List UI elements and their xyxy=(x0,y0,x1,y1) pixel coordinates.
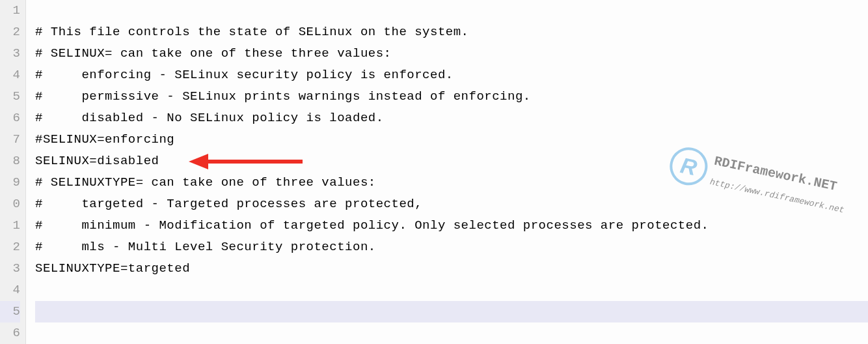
line-number: 2 xyxy=(0,22,20,43)
code-line[interactable]: # mls - Multi Level Security protection. xyxy=(35,236,868,258)
line-number: 2 xyxy=(0,236,20,258)
code-line[interactable] xyxy=(35,280,868,301)
code-line[interactable]: # SELINUX= can take one of these three v… xyxy=(35,43,868,64)
line-number: 6 xyxy=(0,322,20,344)
code-line[interactable]: #SELINUX=enforcing xyxy=(35,129,868,150)
code-area[interactable]: R RDIFramework.NET http://www.rdiframewo… xyxy=(26,0,868,344)
line-number: 1 xyxy=(0,0,20,22)
line-number: 0 xyxy=(0,194,20,215)
code-line[interactable]: SELINUXTYPE=targeted xyxy=(35,258,868,280)
text-editor: 1234567890123456 R RDIFramework.NET http… xyxy=(0,0,868,344)
code-line[interactable]: # disabled - No SELinux policy is loaded… xyxy=(35,108,868,129)
code-line[interactable] xyxy=(35,0,868,22)
code-line[interactable]: SELINUX=disabled xyxy=(35,150,868,172)
line-number: 5 xyxy=(0,86,20,108)
code-line[interactable]: # targeted - Targeted processes are prot… xyxy=(35,194,868,215)
line-number: 6 xyxy=(0,108,20,129)
line-number-gutter: 1234567890123456 xyxy=(0,0,26,344)
line-number: 4 xyxy=(0,280,20,301)
line-number: 7 xyxy=(0,129,20,150)
line-number: 4 xyxy=(0,64,20,86)
line-number: 9 xyxy=(0,172,20,194)
line-number: 3 xyxy=(0,258,20,280)
code-line[interactable]: # permissive - SELinux prints warnings i… xyxy=(35,86,868,108)
line-number: 3 xyxy=(0,43,20,64)
code-line[interactable] xyxy=(35,322,868,344)
code-line[interactable] xyxy=(35,301,868,322)
code-line[interactable]: # This file controls the state of SELinu… xyxy=(35,22,868,43)
line-number: 1 xyxy=(0,215,20,236)
code-line[interactable]: # minimum - Modification of targeted pol… xyxy=(35,215,868,236)
line-number: 8 xyxy=(0,150,20,172)
code-line[interactable]: # enforcing - SELinux security policy is… xyxy=(35,64,868,86)
code-line[interactable]: # SELINUXTYPE= can take one of three val… xyxy=(35,172,868,194)
line-number: 5 xyxy=(0,301,20,322)
